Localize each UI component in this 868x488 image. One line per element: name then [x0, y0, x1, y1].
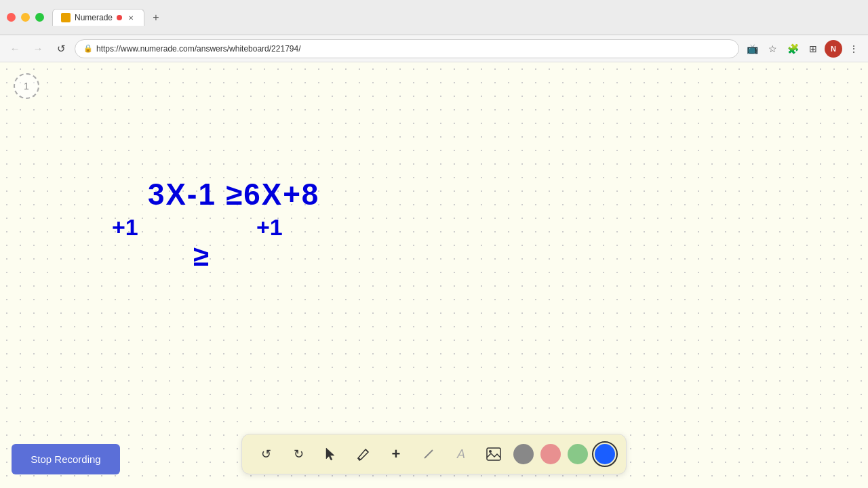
- tab-favicon: [61, 13, 71, 22]
- whiteboard[interactable]: 1 3X-1 ≥6X+8 +1 +1 ≥ Stop Recording ↺ ↻: [0, 62, 868, 488]
- eraser-button[interactable]: [416, 441, 441, 467]
- close-button[interactable]: [7, 13, 16, 22]
- color-green[interactable]: [568, 444, 588, 464]
- tab-close-icon[interactable]: ✕: [126, 13, 136, 22]
- svg-marker-4: [326, 448, 334, 460]
- select-tool-button[interactable]: [318, 441, 344, 467]
- svg-text:≥: ≥: [193, 240, 209, 272]
- text-tool-button[interactable]: A: [448, 441, 474, 467]
- navbar: ← → ↺ 🔒 https://www.numerade.com/answers…: [0, 35, 868, 62]
- cursor-icon: [323, 447, 338, 462]
- color-pink[interactable]: [540, 444, 561, 464]
- redo-button[interactable]: ↻: [285, 441, 311, 467]
- maximize-button[interactable]: [35, 13, 44, 22]
- undo-button[interactable]: ↺: [253, 441, 279, 467]
- window-controls: [7, 13, 44, 22]
- color-gray[interactable]: [513, 444, 534, 464]
- extension-icon[interactable]: 🧩: [784, 40, 802, 58]
- image-tool-button[interactable]: [481, 441, 507, 467]
- svg-point-7: [489, 450, 492, 453]
- address-bar[interactable]: 🔒 https://www.numerade.com/answers/white…: [75, 39, 739, 58]
- pen-icon: [356, 447, 371, 462]
- svg-line-5: [425, 450, 433, 458]
- svg-text:+1: +1: [256, 214, 283, 240]
- pen-tool-button[interactable]: [351, 441, 376, 467]
- refresh-button[interactable]: ↺: [52, 39, 71, 58]
- svg-rect-6: [487, 448, 500, 460]
- nav-right: 📺 ☆ 🧩 ⊞ N ⋮: [743, 40, 863, 58]
- toolbar: ↺ ↻ + A: [241, 434, 627, 474]
- recording-dot: [117, 15, 122, 20]
- stop-recording-button[interactable]: Stop Recording: [12, 444, 120, 474]
- menu-icon[interactable]: ⋮: [845, 40, 863, 58]
- drawing-canvas: 3X-1 ≥6X+8 +1 +1 ≥: [0, 62, 868, 488]
- back-button[interactable]: ←: [5, 39, 24, 58]
- profile-avatar[interactable]: N: [825, 40, 842, 58]
- image-icon: [486, 447, 502, 462]
- screen-icon[interactable]: ⊞: [804, 40, 822, 58]
- tab-title: Numerade: [75, 13, 113, 22]
- new-tab-button[interactable]: +: [147, 9, 165, 26]
- titlebar: Numerade ✕ +: [0, 0, 868, 35]
- tab-bar: Numerade ✕ +: [52, 9, 861, 26]
- active-tab[interactable]: Numerade ✕: [52, 9, 144, 26]
- minimize-button[interactable]: [21, 13, 30, 22]
- bookmark-icon[interactable]: ☆: [764, 40, 781, 58]
- cast-icon[interactable]: 📺: [743, 40, 761, 58]
- address-text: https://www.numerade.com/answers/whitebo…: [96, 44, 301, 54]
- svg-text:+1: +1: [112, 214, 138, 240]
- forward-button[interactable]: →: [28, 39, 47, 58]
- page-indicator: 1: [14, 73, 39, 99]
- svg-text:3X-1 ≥6X+8: 3X-1 ≥6X+8: [148, 178, 319, 211]
- add-button[interactable]: +: [383, 441, 409, 467]
- lock-icon: 🔒: [83, 44, 93, 53]
- eraser-icon: [421, 447, 436, 462]
- color-blue[interactable]: [595, 444, 615, 464]
